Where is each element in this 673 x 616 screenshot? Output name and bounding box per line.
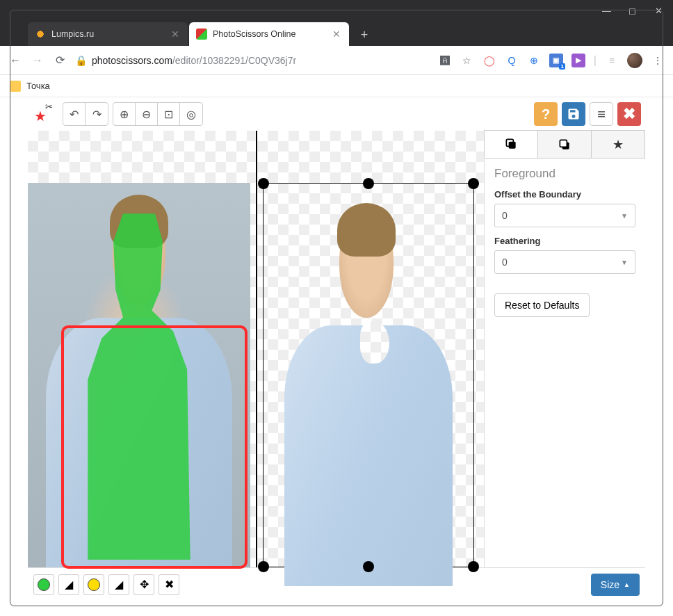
crop-handle[interactable] (258, 178, 269, 189)
url-path: /editor/10382291/C0QV36j7r (172, 55, 296, 66)
browser-tab-photoscissors[interactable]: PhotoScissors Online ✕ (189, 22, 349, 46)
crop-handle[interactable] (468, 178, 479, 189)
search-icon[interactable]: Q (505, 54, 519, 67)
window-titlebar: — ◻ ✕ (0, 0, 673, 21)
lock-icon: 🔒 (75, 55, 86, 66)
result-image (263, 184, 473, 567)
layers-outline-icon (558, 138, 571, 152)
panel-tab-effects[interactable]: ★ (591, 130, 645, 158)
feather-value: 0 (502, 257, 508, 268)
nav-reload-button[interactable]: ⟳ (53, 54, 67, 67)
browser-menu-icon[interactable]: ⋮ (651, 54, 665, 67)
erase-background-button[interactable]: ◢ (108, 574, 129, 595)
result-pane[interactable] (256, 131, 484, 567)
offset-value: 0 (502, 210, 508, 221)
x-icon: ✖ (165, 578, 174, 591)
crop-handle[interactable] (363, 561, 374, 572)
brush-size-button[interactable]: Size (591, 574, 640, 596)
save-button[interactable] (562, 102, 585, 126)
layers-filled-icon (504, 137, 518, 151)
svg-rect-0 (509, 142, 516, 149)
photoscissors-app: ↶ ↷ ⊕ ⊖ ⊡ ◎ ? ≡ ✖ (28, 97, 645, 601)
nav-back-button[interactable]: ← (8, 54, 22, 67)
browser-tab-lumpics[interactable]: Lumpics.ru ✕ (28, 22, 188, 46)
extension-ad-icon[interactable]: ▶ (571, 54, 585, 67)
favicon-icon (35, 29, 46, 40)
translate-icon[interactable]: 🅰 (438, 54, 452, 67)
undo-button[interactable]: ↶ (63, 103, 86, 125)
window-minimize-icon[interactable]: — (602, 6, 612, 15)
clear-button[interactable]: ✖ (159, 574, 179, 595)
window-close-icon[interactable]: ✕ (655, 6, 665, 15)
panel-heading: Foreground (494, 167, 635, 181)
tab-close-icon[interactable]: ✕ (170, 29, 181, 40)
window-maximize-icon[interactable]: ◻ (629, 6, 638, 15)
new-tab-button[interactable]: + (355, 26, 374, 46)
bookmark-folder-icon (10, 81, 21, 92)
yellow-dot-icon (88, 578, 100, 591)
svg-rect-3 (560, 140, 567, 147)
eraser-icon: ◢ (115, 578, 123, 591)
zoom-in-button[interactable]: ⊕ (113, 103, 136, 125)
url-text: photoscissors.com/editor/10382291/C0QV36… (92, 55, 296, 66)
mark-foreground-button[interactable] (33, 574, 54, 595)
bookmarks-bar: Точка (0, 75, 673, 97)
canvas-area[interactable] (28, 131, 484, 567)
bookmark-star-icon[interactable]: ☆ (460, 54, 474, 67)
redo-button[interactable]: ↷ (86, 103, 108, 125)
favicon-icon (196, 29, 207, 40)
offset-select[interactable]: 0 (494, 204, 635, 227)
eraser-icon: ◢ (65, 578, 73, 591)
tab-title: Lumpics.ru (51, 29, 164, 39)
browser-tabstrip: Lumpics.ru ✕ PhotoScissors Online ✕ + (0, 21, 673, 46)
star-icon: ★ (613, 137, 624, 152)
feather-select[interactable]: 0 (494, 250, 635, 274)
feather-label: Feathering (494, 236, 635, 246)
source-pane[interactable] (28, 131, 256, 567)
crop-bounds[interactable] (263, 183, 474, 567)
app-close-button[interactable]: ✖ (617, 102, 641, 126)
reading-list-icon[interactable]: ≡ (605, 54, 619, 67)
move-icon: ✥ (140, 578, 149, 591)
foreground-mask (86, 213, 193, 560)
help-button[interactable]: ? (534, 102, 558, 126)
size-label: Size (601, 579, 619, 590)
app-toolbar: ↶ ↷ ⊕ ⊖ ⊡ ◎ ? ≡ ✖ (28, 97, 645, 131)
bookmark-item[interactable]: Точка (26, 81, 50, 91)
opera-icon[interactable]: ◯ (483, 54, 496, 67)
properties-panel: ★ Foreground Offset the Boundary 0 Feath… (484, 131, 645, 567)
offset-label: Offset the Boundary (494, 189, 635, 200)
browser-toolbar: ← → ⟳ 🔒 photoscissors.com/editor/1038229… (0, 46, 673, 75)
zoom-fit-button[interactable]: ⊡ (158, 103, 180, 125)
source-image (28, 183, 250, 567)
tab-close-icon[interactable]: ✕ (331, 29, 342, 40)
move-button[interactable]: ✥ (133, 574, 154, 595)
panel-tab-foreground[interactable] (484, 130, 538, 158)
crop-handle[interactable] (258, 561, 269, 572)
zoom-actual-button[interactable]: ◎ (180, 103, 202, 125)
workspace: ★ Foreground Offset the Boundary 0 Feath… (28, 131, 645, 567)
crop-handle[interactable] (468, 561, 479, 572)
address-bar[interactable]: 🔒 photoscissors.com/editor/10382291/C0QV… (75, 50, 430, 71)
profile-avatar[interactable] (627, 53, 642, 68)
crop-handle[interactable] (363, 178, 374, 189)
zoom-out-button[interactable]: ⊖ (136, 103, 158, 125)
nav-forward-button[interactable]: → (31, 54, 44, 67)
floppy-icon (567, 107, 581, 121)
panel-tab-background[interactable] (537, 130, 592, 158)
erase-foreground-button[interactable]: ◢ (58, 574, 79, 595)
tab-title: PhotoScissors Online (213, 29, 325, 39)
app-menu-button[interactable]: ≡ (590, 102, 613, 126)
mark-background-button[interactable] (83, 574, 104, 595)
app-logo-icon[interactable] (32, 103, 54, 125)
globe-icon[interactable]: ⊕ (527, 54, 541, 67)
extension-cube-icon[interactable]: ▣1 (549, 54, 563, 67)
green-dot-icon (38, 578, 50, 591)
reset-defaults-button[interactable]: Reset to Defaults (494, 293, 590, 317)
url-host: photoscissors.com (92, 55, 172, 66)
